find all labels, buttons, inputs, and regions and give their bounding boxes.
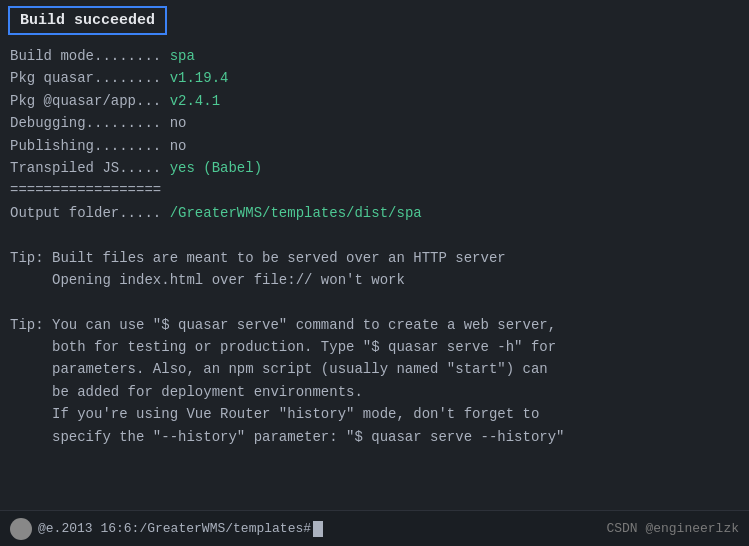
- separator-line: ==================: [10, 179, 739, 201]
- tip-line: Tip: Built files are meant to be served …: [10, 247, 739, 269]
- title-bar: Build succeeded: [8, 6, 167, 35]
- tip-line: Tip: You can use "$ quasar serve" comman…: [10, 314, 739, 336]
- info-lines: Build mode........ spaPkg quasar........…: [10, 45, 739, 179]
- cursor: [313, 521, 323, 537]
- tip-line: specify the "--history" parameter: "$ qu…: [10, 426, 739, 448]
- terminal: Build succeeded Build mode........ spaPk…: [0, 0, 749, 546]
- info-line: Debugging......... no: [10, 112, 739, 134]
- tip-line: be added for deployment environments.: [10, 381, 739, 403]
- brand-text: CSDN @engineerlzk: [606, 521, 739, 536]
- info-line: Publishing........ no: [10, 135, 739, 157]
- tip-line: If you're using Vue Router "history" mod…: [10, 403, 739, 425]
- tip-line: both for testing or production. Type "$ …: [10, 336, 739, 358]
- info-line: Pkg quasar........ v1.19.4: [10, 67, 739, 89]
- info-line: Build mode........ spa: [10, 45, 739, 67]
- bottom-bar: @e.2013 16:6:/GreaterWMS/templates# CSDN…: [0, 510, 749, 546]
- title-text: Build succeeded: [20, 12, 155, 29]
- prompt-text: @e.2013 16:6:/GreaterWMS/templates#: [38, 521, 311, 536]
- prompt-area: @e.2013 16:6:/GreaterWMS/templates#: [10, 518, 323, 540]
- info-line: Pkg @quasar/app... v2.4.1: [10, 90, 739, 112]
- output-folder-line: Output folder..... /GreaterWMS/templates…: [10, 202, 739, 224]
- terminal-content: Build mode........ spaPkg quasar........…: [0, 45, 749, 448]
- avatar: [10, 518, 32, 540]
- tip-line: Opening index.html over file:// won't wo…: [10, 269, 739, 291]
- tip-line: parameters. Also, an npm script (usually…: [10, 358, 739, 380]
- info-line: Transpiled JS..... yes (Babel): [10, 157, 739, 179]
- tip-lines: Tip: Built files are meant to be served …: [10, 247, 739, 449]
